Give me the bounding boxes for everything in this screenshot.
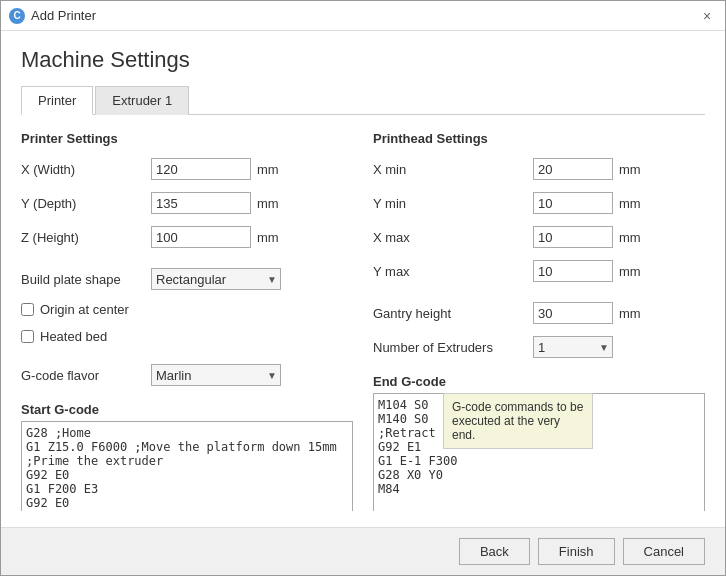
settings-columns: Printer Settings X (Width) mm Y (Depth) … [21, 131, 705, 511]
gantry-input[interactable] [533, 302, 613, 324]
heated-bed-checkbox[interactable] [21, 330, 34, 343]
field-row-z-height: Z (Height) mm [21, 226, 353, 248]
xmin-label: X min [373, 162, 533, 177]
tab-bar: Printer Extruder 1 [21, 85, 705, 115]
y-depth-label: Y (Depth) [21, 196, 151, 211]
heated-bed-label: Heated bed [40, 329, 107, 344]
field-row-gcode-flavor: G-code flavor Marlin RepRap UltiGCode ▼ [21, 364, 353, 386]
x-width-unit: mm [257, 162, 279, 177]
heated-bed-checkbox-row: Heated bed [21, 329, 353, 344]
left-column: Printer Settings X (Width) mm Y (Depth) … [21, 131, 353, 511]
y-depth-unit: mm [257, 196, 279, 211]
ymax-input[interactable] [533, 260, 613, 282]
gcode-flavor-label: G-code flavor [21, 368, 151, 383]
gantry-label: Gantry height [373, 306, 533, 321]
gantry-unit: mm [619, 306, 641, 321]
origin-label: Origin at center [40, 302, 129, 317]
origin-checkbox-row: Origin at center [21, 302, 353, 317]
start-gcode-label: Start G-code [21, 402, 353, 417]
tab-printer[interactable]: Printer [21, 86, 93, 115]
right-column: Printhead Settings X min mm Y min mm [373, 131, 705, 511]
build-plate-select[interactable]: Rectangular Circular [151, 268, 281, 290]
ymax-unit: mm [619, 264, 641, 279]
start-gcode-textarea[interactable]: G28 ;Home G1 Z15.0 F6000 ;Move the platf… [21, 421, 353, 511]
end-gcode-container: M104 S0 M140 S0 ;Retract G92 E1 G1 E-1 F… [373, 393, 705, 511]
xmax-input[interactable] [533, 226, 613, 248]
z-height-label: Z (Height) [21, 230, 151, 245]
xmax-unit: mm [619, 230, 641, 245]
y-depth-input[interactable] [151, 192, 251, 214]
extruders-select[interactable]: 1 2 3 [533, 336, 613, 358]
z-height-input-group: mm [151, 226, 279, 248]
window-title: Add Printer [31, 8, 96, 23]
field-row-xmin: X min mm [373, 158, 705, 180]
field-row-x-width: X (Width) mm [21, 158, 353, 180]
x-width-label: X (Width) [21, 162, 151, 177]
gantry-input-group: mm [533, 302, 641, 324]
field-row-ymax: Y max mm [373, 260, 705, 282]
ymin-input-group: mm [533, 192, 641, 214]
field-row-extruders: Number of Extruders 1 2 3 ▼ [373, 336, 705, 358]
printer-settings-title: Printer Settings [21, 131, 353, 146]
origin-checkbox[interactable] [21, 303, 34, 316]
field-row-y-depth: Y (Depth) mm [21, 192, 353, 214]
end-gcode-label: End G-code [373, 374, 705, 389]
xmin-input-group: mm [533, 158, 641, 180]
field-row-gantry: Gantry height mm [373, 302, 705, 324]
main-content: Machine Settings Printer Extruder 1 Prin… [1, 31, 725, 527]
xmin-input[interactable] [533, 158, 613, 180]
tab-extruder1[interactable]: Extruder 1 [95, 86, 189, 115]
z-height-input[interactable] [151, 226, 251, 248]
ymin-unit: mm [619, 196, 641, 211]
y-depth-input-group: mm [151, 192, 279, 214]
ymin-input[interactable] [533, 192, 613, 214]
ymax-label: Y max [373, 264, 533, 279]
end-gcode-section: End G-code M104 S0 M140 S0 ;Retract G92 … [373, 374, 705, 511]
app-icon: C [9, 8, 25, 24]
extruders-select-wrapper: 1 2 3 ▼ [533, 336, 613, 358]
field-row-xmax: X max mm [373, 226, 705, 248]
end-gcode-textarea[interactable]: M104 S0 M140 S0 ;Retract G92 E1 G1 E-1 F… [373, 393, 705, 511]
ymax-input-group: mm [533, 260, 641, 282]
extruders-label: Number of Extruders [373, 340, 533, 355]
x-width-input-group: mm [151, 158, 279, 180]
field-row-ymin: Y min mm [373, 192, 705, 214]
build-plate-select-wrapper: Rectangular Circular ▼ [151, 268, 281, 290]
printhead-settings-title: Printhead Settings [373, 131, 705, 146]
finish-button[interactable]: Finish [538, 538, 615, 565]
main-window: C Add Printer × Machine Settings Printer… [0, 0, 726, 576]
title-bar: C Add Printer × [1, 1, 725, 31]
z-height-unit: mm [257, 230, 279, 245]
gcode-flavor-select[interactable]: Marlin RepRap UltiGCode [151, 364, 281, 386]
title-bar-left: C Add Printer [9, 8, 96, 24]
field-row-build-plate: Build plate shape Rectangular Circular ▼ [21, 268, 353, 290]
page-title: Machine Settings [21, 47, 705, 73]
bottom-bar: Back Finish Cancel [1, 527, 725, 575]
xmax-label: X max [373, 230, 533, 245]
build-plate-label: Build plate shape [21, 272, 151, 287]
xmax-input-group: mm [533, 226, 641, 248]
gcode-flavor-select-wrapper: Marlin RepRap UltiGCode ▼ [151, 364, 281, 386]
xmin-unit: mm [619, 162, 641, 177]
x-width-input[interactable] [151, 158, 251, 180]
start-gcode-section: Start G-code G28 ;Home G1 Z15.0 F6000 ;M… [21, 402, 353, 511]
close-button[interactable]: × [697, 6, 717, 26]
back-button[interactable]: Back [459, 538, 530, 565]
ymin-label: Y min [373, 196, 533, 211]
cancel-button[interactable]: Cancel [623, 538, 705, 565]
